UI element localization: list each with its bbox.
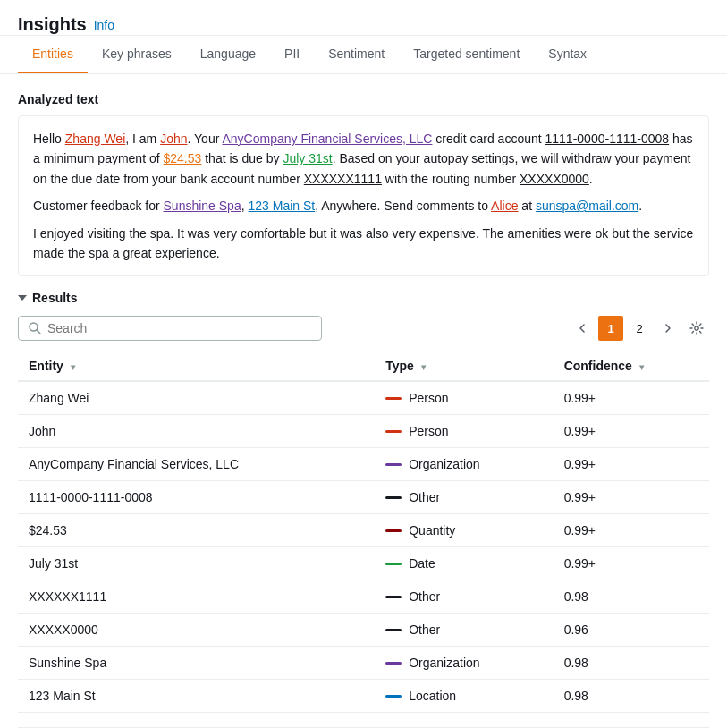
cell-type: Location	[375, 680, 553, 713]
cell-type: Other	[375, 580, 553, 614]
cell-entity: XXXXXX1111	[18, 580, 375, 614]
analyzed-text-p2: Customer feedback for Sunshine Spa, 123 …	[33, 196, 694, 216]
tab-language[interactable]: Language	[186, 36, 270, 73]
table-row: XXXXXX1111Other0.98	[18, 580, 709, 614]
table-header-row: Entity ▾ Type ▾ Confidence ▾	[18, 351, 709, 381]
info-link[interactable]: Info	[94, 18, 114, 32]
search-and-pagination: 1 2	[18, 316, 709, 341]
table-row: Zhang WeiPerson0.99+	[18, 381, 709, 415]
cell-confidence: 0.99+	[554, 448, 709, 481]
cell-confidence: 0.99+	[554, 514, 709, 547]
col-entity: Entity ▾	[18, 351, 375, 381]
table-row: 123 Main StLocation0.98	[18, 680, 709, 713]
cell-type: Quantity	[375, 514, 553, 547]
cell-entity: Sunshine Spa	[18, 647, 375, 680]
table-row: XXXXX0000Other0.96	[18, 614, 709, 647]
entity-card-number: 1111-0000-1111-0008	[545, 131, 670, 146]
results-header[interactable]: Results	[18, 291, 709, 305]
analyzed-text-box: Hello Zhang Wei, I am John. Your AnyComp…	[18, 115, 709, 276]
results-label: Results	[32, 291, 78, 305]
entity-anycompany: AnyCompany Financial Services, LLC	[222, 131, 432, 146]
entity-address: 123 Main St	[248, 199, 315, 213]
entity-sunshine-spa: Sunshine Spa	[164, 199, 241, 213]
tab-targeted-sentiment[interactable]: Targeted sentiment	[399, 36, 534, 73]
svg-line-1	[37, 330, 40, 334]
table-row: July 31stDate0.99+	[18, 547, 709, 580]
cell-confidence: 0.99+	[554, 381, 709, 415]
svg-point-2	[695, 326, 698, 330]
table-row: $24.53Quantity0.99+	[18, 514, 709, 547]
sort-confidence-icon: ▾	[639, 362, 644, 372]
cell-confidence: 0.96	[554, 614, 709, 647]
results-collapse-icon	[18, 295, 27, 301]
pagination: 1 2	[570, 316, 709, 341]
entity-email: sunspa@mail.com	[536, 199, 638, 213]
table-row: Sunshine SpaOrganization0.98	[18, 647, 709, 680]
cell-entity: July 31st	[18, 547, 375, 580]
cell-entity: $24.53	[18, 514, 375, 547]
entity-date: July 31st	[283, 151, 332, 165]
cell-type: Organization	[375, 647, 553, 680]
cell-confidence: 0.98	[554, 647, 709, 680]
pagination-page-1[interactable]: 1	[598, 316, 623, 341]
search-box	[18, 316, 322, 341]
header: Insights Info	[0, 0, 727, 36]
cell-entity: Zhang Wei	[18, 381, 375, 415]
table-row: AnyCompany Financial Services, LLCOrgani…	[18, 448, 709, 481]
pagination-next[interactable]	[655, 316, 681, 341]
tab-key-phrases[interactable]: Key phrases	[88, 36, 186, 73]
cell-type: Other	[375, 614, 553, 647]
cell-entity: AnyCompany Financial Services, LLC	[18, 448, 375, 481]
table-row: JohnPerson0.99+	[18, 415, 709, 448]
cell-confidence: 0.99+	[554, 415, 709, 448]
table-row: 1111-0000-1111-0008Other0.99+	[18, 481, 709, 514]
cell-confidence: 0.99+	[554, 481, 709, 514]
entity-john: John	[160, 131, 187, 146]
page-title: Insights	[18, 14, 87, 35]
col-type: Type ▾	[375, 351, 553, 381]
content: Analyzed text Hello Zhang Wei, I am John…	[0, 74, 727, 728]
cell-type: Organization	[375, 448, 553, 481]
sort-type-icon: ▾	[421, 362, 426, 372]
tabs-bar: Entities Key phrases Language PII Sentim…	[0, 36, 727, 74]
chevron-right-icon	[664, 323, 672, 334]
cell-entity: 1111-0000-1111-0008	[18, 481, 375, 514]
cell-confidence: 0.98	[554, 580, 709, 614]
tab-syntax[interactable]: Syntax	[534, 36, 601, 73]
entity-bank-account: XXXXXX1111	[304, 172, 382, 186]
page-container: Insights Info Entities Key phrases Langu…	[0, 0, 727, 728]
search-input[interactable]	[47, 321, 312, 335]
sort-entity-icon: ▾	[71, 362, 75, 372]
tab-sentiment[interactable]: Sentiment	[314, 36, 399, 73]
cell-entity: 123 Main St	[18, 680, 375, 713]
gear-icon	[689, 321, 704, 335]
chevron-left-icon	[579, 323, 586, 334]
cell-entity: John	[18, 415, 375, 448]
entity-zhang-wei: Zhang Wei	[65, 131, 125, 146]
entity-alice: Alice	[491, 199, 518, 213]
cell-type: Person	[375, 381, 553, 415]
pagination-settings[interactable]	[684, 316, 709, 341]
cell-type: Date	[375, 547, 553, 580]
analyzed-text-label: Analyzed text	[18, 92, 709, 106]
cell-type: Other	[375, 481, 553, 514]
tab-pii[interactable]: PII	[270, 36, 314, 73]
cell-type: Person	[375, 415, 553, 448]
results-section: Results 1 2	[18, 291, 709, 713]
cell-entity: XXXXX0000	[18, 614, 375, 647]
entity-amount: $24.53	[164, 151, 202, 165]
pagination-page-2[interactable]: 2	[627, 316, 652, 341]
col-confidence: Confidence ▾	[554, 351, 709, 381]
analyzed-text-p3: I enjoyed visiting the spa. It was very …	[33, 224, 694, 264]
cell-confidence: 0.98	[554, 680, 709, 713]
results-table: Entity ▾ Type ▾ Confidence ▾ Zhang WeiPe…	[18, 351, 709, 713]
entity-routing: XXXXX0000	[520, 172, 589, 186]
search-icon	[28, 321, 42, 335]
analyzed-text-p1: Hello Zhang Wei, I am John. Your AnyComp…	[33, 129, 694, 189]
pagination-prev[interactable]	[570, 316, 595, 341]
cell-confidence: 0.99+	[554, 547, 709, 580]
tab-entities[interactable]: Entities	[18, 36, 88, 73]
